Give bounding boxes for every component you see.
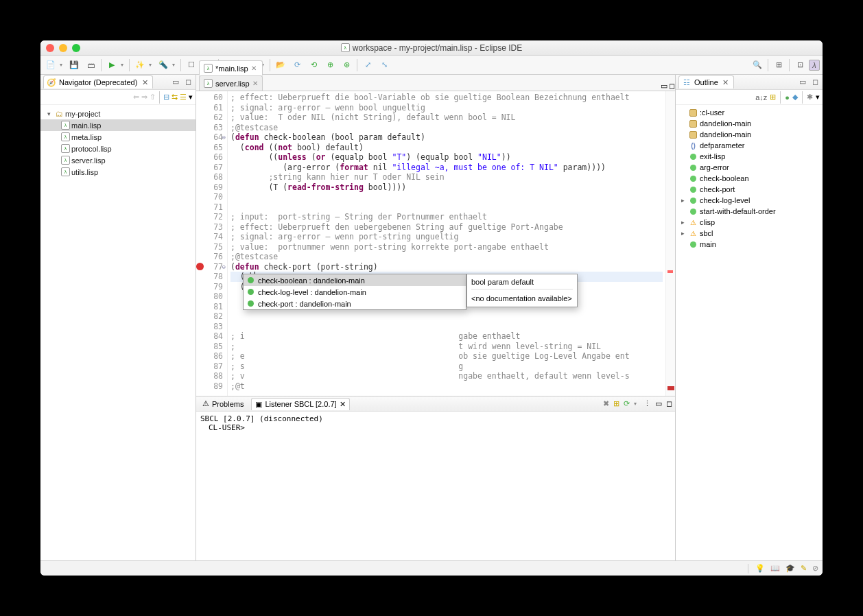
max-bottom-icon[interactable]: ◻ [666,399,672,408]
outline-item[interactable]: ▸⚠clisp [676,217,823,228]
project-node[interactable]: ▾ 🗂 my-project [40,108,196,119]
status-edit-icon[interactable]: ✎ [801,564,807,573]
save-button[interactable]: 💾 [67,58,82,73]
outline-item[interactable]: dandelion-main [676,118,823,129]
status-tip-icon[interactable]: 💡 [755,564,765,573]
close-tab-icon[interactable]: ✕ [340,400,346,409]
run-button[interactable]: ▶ [104,58,119,73]
eval-button[interactable]: ⊛ [339,58,354,73]
filter-fn-icon[interactable]: ● [785,93,790,102]
editor-tab[interactable]: *main.lisp✕ [199,60,263,75]
outline-item[interactable]: arg-error [676,162,823,173]
console-menu-icon[interactable]: ⋮ [643,399,651,408]
reload-file-button[interactable]: ⟲ [306,58,321,73]
code-area[interactable]: ; effect: Ueberprueft die bool-Variable … [228,91,665,396]
outline-item[interactable]: dandelion-main [676,129,823,140]
lisp-file-icon [204,64,213,73]
zoom-window-button[interactable] [72,44,80,52]
status-stop-icon[interactable]: ⊘ [812,564,818,573]
sort-az-icon[interactable]: a↓z [755,93,767,102]
completion-item[interactable]: check-boolean : dandelion-main [244,274,466,286]
lisp-perspective-button[interactable]: λ [809,60,820,71]
minimize-window-button[interactable] [59,44,67,52]
twisty-icon[interactable]: ▸ [678,219,687,226]
completion-item[interactable]: check-log-level : dandelion-main [244,286,466,298]
filter-macro-icon[interactable]: ✱ [807,93,813,102]
reconnect-icon[interactable]: ⟳ [624,399,630,408]
outline-tab[interactable]: ☷ Outline ✕ [678,75,734,88]
max-outline-icon[interactable]: ◻ [810,78,820,87]
pkg-console-icon[interactable]: ⊞ [613,399,619,408]
link-editor-icon[interactable]: ⇆ [172,93,178,102]
file-node[interactable]: main.lisp [40,119,196,131]
maximize-view-icon[interactable]: ◻ [183,78,193,87]
search-button[interactable]: 🔦 [156,58,171,73]
save-all-button[interactable]: 🗃 [83,58,98,73]
outline-menu-icon[interactable]: ▾ [816,93,820,102]
expand-button[interactable]: ⤢ [360,58,375,73]
twisty-icon[interactable]: ▾ [45,110,53,117]
file-node[interactable]: server.lisp [40,154,196,166]
file-node[interactable]: meta.lisp [40,131,196,143]
filter-pkg-icon[interactable]: ⊞ [770,93,776,102]
outline-item[interactable]: ▸⚠sbcl [676,228,823,239]
code-editor[interactable]: 6061626364656667686970717273747576777879… [196,91,675,396]
min-outline-icon[interactable]: ▭ [798,78,807,87]
twisty-icon[interactable]: ▸ [678,230,687,237]
file-node[interactable]: utils.lisp [40,166,196,178]
open-perspective-button[interactable]: ⊞ [771,58,786,73]
problems-tab[interactable]: ⚠ Problems [199,398,247,410]
outline-icon: ☷ [682,78,691,87]
overview-ruler[interactable] [665,91,675,396]
editor-tab[interactable]: server.lisp✕ [199,75,263,91]
filter-var-icon[interactable]: ◆ [792,93,798,102]
compile-button[interactable]: ⊕ [322,58,338,73]
outline-item[interactable]: start-with-default-order [676,206,823,217]
quick-access-button[interactable]: 🔍 [750,58,765,73]
open-folder-button[interactable]: 📂 [273,58,288,73]
outline-item[interactable]: check-boolean [676,173,823,184]
close-tab-icon[interactable]: ✕ [251,64,257,72]
navigator-tree[interactable]: ▾ 🗂 my-project main.lispmeta.lispprotoco… [40,105,196,560]
switch-perspective-button[interactable]: ⊡ [792,58,807,73]
outline-tree[interactable]: :cl-userdandelion-maindandelion-main()de… [676,105,823,560]
outline-item[interactable]: check-port [676,184,823,195]
file-node[interactable]: protocol.lisp [40,143,196,154]
nav-up-icon[interactable]: ⇧ [150,93,156,102]
minimize-view-icon[interactable]: ▭ [171,78,180,87]
status-hat-icon[interactable]: 🎓 [785,564,795,573]
collapse-button[interactable]: ⤡ [377,58,392,73]
outline-toolbar: a↓z ⊞ ● ◆ ✱ ▾ [676,90,823,105]
refresh-button[interactable]: ⟳ [289,58,305,73]
close-tab-icon[interactable]: ✕ [252,80,258,87]
bottom-pane: ⚠ Problems ▣ Listener SBCL [2.0.7] ✕ ✖ ⊞… [196,396,675,560]
outline-item[interactable]: main [676,239,823,250]
twisty-icon[interactable]: ▸ [678,197,687,204]
view-menu-icon[interactable]: ▾ [189,93,193,102]
minimize-editor-icon[interactable]: ▭ [661,82,667,91]
nav-fwd-icon[interactable]: ⇒ [141,93,147,102]
nav-back-icon[interactable]: ⇐ [133,93,139,102]
min-bottom-icon[interactable]: ▭ [655,399,662,408]
filter-icon[interactable]: ☰ [180,93,187,102]
completion-item[interactable]: check-port : dandelion-main [244,298,466,309]
outline-item[interactable]: exit-lisp [676,151,823,162]
outline-item[interactable]: ()defparameter [676,140,823,151]
close-view-icon[interactable]: ✕ [140,78,150,87]
close-outline-icon[interactable]: ✕ [721,78,731,87]
wand-button[interactable]: ✨ [132,58,147,73]
completion-popup[interactable]: check-boolean : dandelion-maincheck-log-… [243,274,466,310]
collapse-all-icon[interactable]: ⊟ [163,93,169,102]
outline-item[interactable]: :cl-user [676,107,823,118]
outline-item[interactable]: ▸check-log-level [676,195,823,206]
navigator-tab[interactable]: 🧭 Navigator (Deprecated) ✕ [43,75,153,88]
console-body[interactable]: SBCL [2.0.7] (disconnected) CL-USER> [196,412,675,560]
new-button[interactable]: 📄 [43,58,58,73]
status-book-icon[interactable]: 📖 [770,564,780,573]
listener-tab[interactable]: ▣ Listener SBCL [2.0.7] ✕ [251,398,349,410]
toggle-button[interactable]: ☐ [184,58,199,73]
completion-label: check-port : dandelion-main [258,300,351,308]
clear-console-icon[interactable]: ✖ [603,399,609,408]
close-window-button[interactable] [46,44,54,52]
maximize-editor-icon[interactable]: ◻ [669,82,675,91]
